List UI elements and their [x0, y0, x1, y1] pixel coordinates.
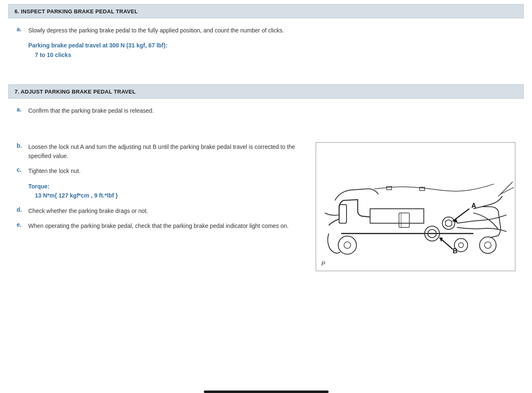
- section-6-content: a. Slowly depress the parking brake peda…: [8, 26, 524, 72]
- step-7e-text: When operating the parking brake pedal, …: [28, 221, 289, 230]
- spec-label-6: Parking brake pedal travel at 300 N (31 …: [28, 41, 515, 50]
- step-6a-text: Slowly depress the parking brake pedal t…: [28, 26, 284, 35]
- step-7d: d. Check whether the parking brake drags…: [17, 206, 303, 215]
- step-7c: c. Tighten the lock nut.: [17, 166, 303, 175]
- section-7: 7. ADJUST PARKING BRAKE PEDAL TRAVEL a. …: [8, 84, 524, 279]
- torque-label: Torque:: [28, 182, 303, 191]
- step-7a: a. Confirm that the parking brake pedal …: [17, 106, 515, 115]
- step-7a-text: Confirm that the parking brake pedal is …: [28, 106, 154, 115]
- section-7-title: 7. ADJUST PARKING BRAKE PEDAL TRAVEL: [15, 89, 136, 95]
- step-7b-text: Loosen the lock nut A and turn the adjus…: [28, 142, 303, 161]
- torque-block: Torque: 13 N*m{ 127 kgf*cm , 9 ft.*lbf }: [28, 182, 303, 200]
- step-7c-label: c.: [17, 166, 28, 173]
- torque-value: 13 N*m{ 127 kgf*cm , 9 ft.*lbf }: [28, 191, 303, 200]
- svg-text:B: B: [453, 247, 457, 255]
- spec-value-6: 7 to 10 clicks: [28, 50, 515, 59]
- step-7b: b. Loosen the lock nut A and turn the ad…: [17, 142, 303, 161]
- svg-text:P: P: [321, 260, 325, 267]
- brake-diagram-svg: A B: [316, 143, 515, 271]
- step-7c-text: Tighten the lock nut.: [28, 166, 81, 175]
- page-container: 6. INSPECT PARKING BRAKE PEDAL TRAVEL a.…: [0, 0, 532, 296]
- step-7d-label: d.: [17, 206, 28, 213]
- section-6: 6. INSPECT PARKING BRAKE PEDAL TRAVEL a.…: [8, 4, 524, 72]
- step-6a-label: a.: [17, 26, 28, 32]
- section-7-content: a. Confirm that the parking brake pedal …: [8, 106, 524, 279]
- step-7bc-section: b. Loosen the lock nut A and turn the ad…: [17, 142, 515, 271]
- step-6a: a. Slowly depress the parking brake peda…: [17, 26, 515, 35]
- step-7e: e. When operating the parking brake peda…: [17, 221, 303, 230]
- svg-text:A: A: [471, 202, 476, 209]
- step-7b-label: b.: [17, 142, 28, 149]
- brake-diagram: A B: [316, 142, 515, 271]
- spec-block-6: Parking brake pedal travel at 300 N (31 …: [28, 41, 515, 59]
- bottom-navigation-bar[interactable]: [204, 391, 329, 393]
- step-7d-text: Check whether the parking brake drags or…: [28, 206, 148, 215]
- step-7a-label: a.: [17, 106, 28, 113]
- step-7e-label: e.: [17, 221, 28, 228]
- section-7-header: 7. ADJUST PARKING BRAKE PEDAL TRAVEL: [8, 84, 524, 99]
- steps-left: b. Loosen the lock nut A and turn the ad…: [17, 142, 303, 237]
- section-6-header: 6. INSPECT PARKING BRAKE PEDAL TRAVEL: [8, 4, 524, 18]
- section-6-title: 6. INSPECT PARKING BRAKE PEDAL TRAVEL: [15, 8, 138, 15]
